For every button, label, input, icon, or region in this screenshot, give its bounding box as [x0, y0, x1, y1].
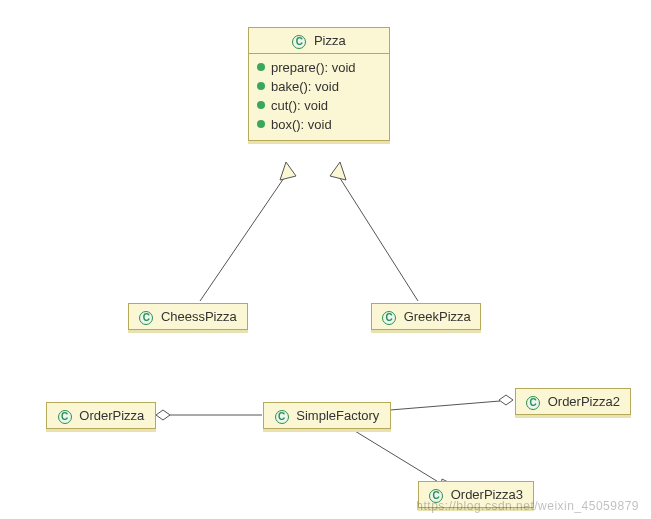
method-signature: bake(): void	[271, 79, 339, 94]
method-row: prepare(): void	[257, 58, 381, 77]
method-signature: cut(): void	[271, 98, 328, 113]
class-pizza-name: Pizza	[314, 33, 346, 48]
method-icon	[257, 101, 265, 109]
class-pizza-methods: prepare(): void bake(): void cut(): void…	[249, 54, 389, 140]
class-greekpizza-header: C GreekPizza	[372, 304, 480, 329]
class-icon: C	[429, 489, 443, 503]
method-row: bake(): void	[257, 77, 381, 96]
method-signature: box(): void	[271, 117, 332, 132]
class-simplefactory-name: SimpleFactory	[296, 408, 379, 423]
method-row: cut(): void	[257, 96, 381, 115]
class-icon: C	[58, 410, 72, 424]
svg-line-6	[390, 401, 500, 410]
class-pizza: C Pizza prepare(): void bake(): void cut…	[248, 27, 390, 141]
svg-line-2	[338, 175, 418, 301]
class-orderpizza-header: C OrderPizza	[47, 403, 155, 428]
svg-line-0	[200, 175, 286, 301]
svg-marker-1	[280, 162, 296, 180]
svg-line-8	[350, 428, 440, 483]
class-icon: C	[526, 396, 540, 410]
class-icon: C	[382, 311, 396, 325]
class-cheesspizza-name: CheessPizza	[161, 309, 237, 324]
method-signature: prepare(): void	[271, 60, 356, 75]
class-orderpizza: C OrderPizza	[46, 402, 156, 429]
class-pizza-header: C Pizza	[249, 28, 389, 54]
class-cheesspizza-header: C CheessPizza	[129, 304, 247, 329]
svg-marker-7	[499, 395, 513, 405]
method-icon	[257, 82, 265, 90]
class-icon: C	[139, 311, 153, 325]
class-simplefactory: C SimpleFactory	[263, 402, 391, 429]
class-icon: C	[275, 410, 289, 424]
class-orderpizza-name: OrderPizza	[79, 408, 144, 423]
class-cheesspizza: C CheessPizza	[128, 303, 248, 330]
class-orderpizza3: C OrderPizza3	[418, 481, 534, 508]
svg-marker-5	[156, 410, 170, 420]
class-orderpizza3-header: C OrderPizza3	[419, 482, 533, 507]
method-icon	[257, 120, 265, 128]
class-greekpizza: C GreekPizza	[371, 303, 481, 330]
class-orderpizza3-name: OrderPizza3	[451, 487, 523, 502]
class-orderpizza2: C OrderPizza2	[515, 388, 631, 415]
class-greekpizza-name: GreekPizza	[404, 309, 471, 324]
class-simplefactory-header: C SimpleFactory	[264, 403, 390, 428]
method-icon	[257, 63, 265, 71]
class-orderpizza2-name: OrderPizza2	[548, 394, 620, 409]
svg-marker-3	[330, 162, 346, 180]
class-icon: C	[292, 35, 306, 49]
class-orderpizza2-header: C OrderPizza2	[516, 389, 630, 414]
method-row: box(): void	[257, 115, 381, 134]
